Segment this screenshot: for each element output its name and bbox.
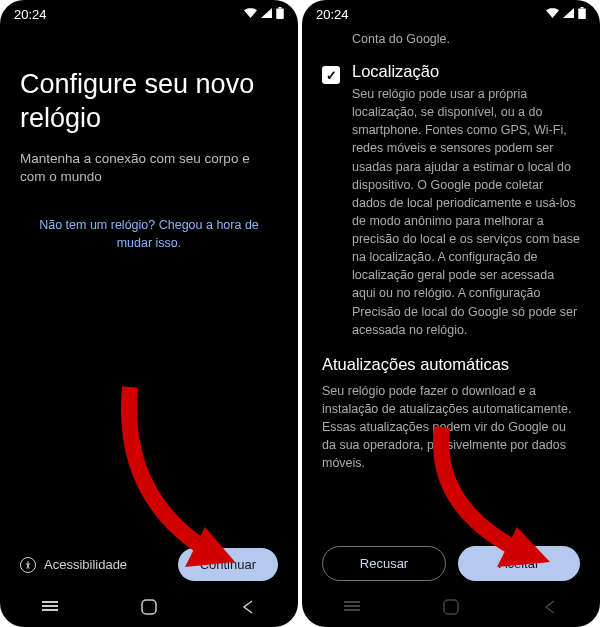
updates-body: Seu relógio pode fazer o download e a in…: [322, 382, 580, 473]
status-bar: 20:24: [302, 0, 600, 28]
status-icons: [546, 7, 586, 21]
location-section: ✓ Localização Seu relógio pode usar a pr…: [322, 62, 580, 339]
android-nav-bar: [302, 587, 600, 627]
svg-point-2: [27, 561, 29, 563]
svg-rect-3: [42, 605, 58, 607]
svg-rect-6: [142, 600, 156, 614]
back-button[interactable]: [238, 597, 258, 617]
status-icons: [244, 7, 284, 21]
svg-rect-7: [578, 9, 586, 20]
page-title: Configure seu novo relógio: [20, 68, 278, 136]
no-watch-link[interactable]: Não tem um relógio? Chegou a hora de mud…: [20, 217, 278, 252]
location-title: Localização: [352, 62, 580, 81]
svg-rect-12: [444, 600, 458, 614]
accept-button[interactable]: Aceitar: [458, 546, 580, 581]
updates-title: Atualizações automáticas: [322, 355, 580, 374]
previous-section-fragment: Conta do Google.: [322, 32, 580, 46]
recents-button[interactable]: [342, 597, 362, 617]
svg-rect-8: [581, 7, 584, 9]
accessibility-label: Acessibilidade: [44, 557, 127, 572]
accessibility-icon: [20, 557, 36, 573]
accessibility-button[interactable]: Acessibilidade: [20, 557, 127, 573]
back-button[interactable]: [540, 597, 560, 617]
svg-rect-0: [276, 9, 284, 20]
svg-rect-1: [279, 7, 282, 9]
signal-icon: [261, 8, 272, 20]
svg-rect-5: [42, 609, 58, 611]
status-time: 20:24: [14, 7, 47, 22]
location-body: Seu relógio pode usar a própria localiza…: [352, 85, 580, 339]
battery-icon: [578, 7, 586, 21]
svg-rect-4: [42, 601, 58, 603]
android-nav-bar: [0, 587, 298, 627]
decline-button[interactable]: Recusar: [322, 546, 446, 581]
svg-rect-11: [344, 609, 360, 611]
status-bar: 20:24: [0, 0, 298, 28]
wifi-icon: [546, 8, 559, 20]
continue-button[interactable]: Continuar: [178, 548, 278, 581]
battery-icon: [276, 7, 284, 21]
page-subtitle: Mantenha a conexão com seu corpo e com o…: [20, 150, 278, 188]
recents-button[interactable]: [40, 597, 60, 617]
signal-icon: [563, 8, 574, 20]
home-button[interactable]: [441, 597, 461, 617]
home-button[interactable]: [139, 597, 159, 617]
wifi-icon: [244, 8, 257, 20]
phone-screen-right: 20:24 Conta do Google. ✓ Localização Seu…: [302, 0, 600, 627]
svg-rect-10: [344, 601, 360, 603]
location-checkbox[interactable]: ✓: [322, 66, 340, 84]
svg-rect-9: [344, 605, 360, 607]
updates-section: Atualizações automáticas Seu relógio pod…: [322, 355, 580, 473]
phone-screen-left: 20:24 Configure seu novo relógio Mantenh…: [0, 0, 298, 627]
status-time: 20:24: [316, 7, 349, 22]
